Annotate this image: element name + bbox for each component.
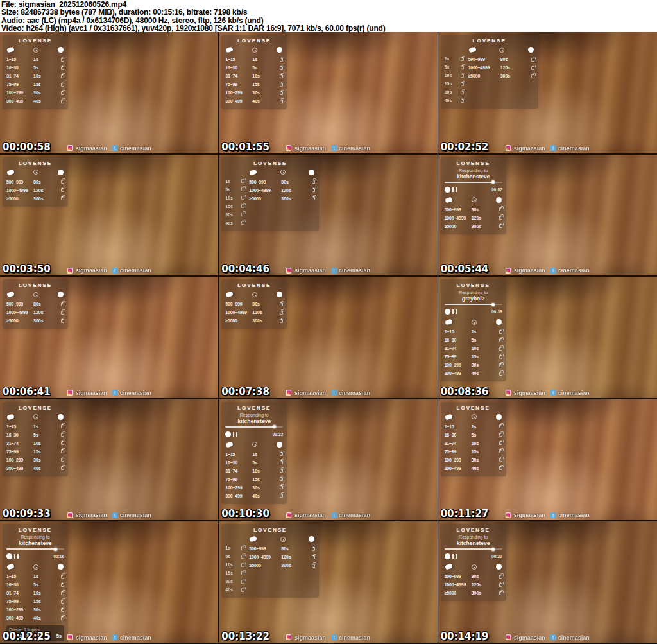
tip-menu-side-row: 40s <box>445 96 464 105</box>
tip-range: 1~15 <box>6 57 33 62</box>
watermark: sigmaasian t cinemasian <box>286 267 370 274</box>
video-thumbnail: LOVENSE Responding to kitchensteve 00:20 <box>438 521 657 644</box>
lovense-overlay: LOVENSE 1~151s16~305s31~7410s75~9915s100… <box>221 35 287 109</box>
lock-icon <box>461 65 464 69</box>
lock-icon <box>280 100 283 103</box>
tip-menu-rows: 1~151s16~305s31~7410s75~9915s100~29930s3… <box>445 327 502 378</box>
instagram-handle: sigmaasian <box>294 267 326 274</box>
twitter-handle: cinemasian <box>120 390 151 396</box>
lock-icon <box>280 74 283 78</box>
tip-menu-row: 300~49940s <box>445 369 502 378</box>
tip-menu-side-row: 10s <box>225 194 244 202</box>
tip-menu-main: 500~99980s1000~4999120s≥5000300s <box>6 168 64 203</box>
tip-menu-side-row: 1s <box>445 55 464 63</box>
responding-username: kitchensteve <box>6 540 64 546</box>
toy-icon <box>445 196 453 203</box>
tip-range: ≥5000 <box>249 196 281 201</box>
twitter-handle: cinemasian <box>120 512 151 518</box>
tip-menu-row: 300~49940s <box>6 464 64 473</box>
tip-range: ≥5000 <box>445 591 472 595</box>
instagram-icon <box>286 268 292 274</box>
tip-duration: 300s <box>472 591 499 595</box>
watermark: sigmaasian t cinemasian <box>67 145 151 152</box>
timestamp-label: 00:02:52 <box>441 141 489 153</box>
instagram-icon <box>506 268 511 274</box>
tip-menu-main: 1~151s16~305s31~7410s75~9915s100~29930s3… <box>445 413 502 473</box>
tip-range: ≥5000 <box>468 74 500 78</box>
menu-icons-row <box>225 46 283 54</box>
tip-menu-row: ≥5000300s <box>6 317 64 325</box>
tip-menu-row: 500~99980s <box>249 178 315 186</box>
tip-duration: 120s <box>472 216 499 220</box>
twitter-icon: t <box>112 634 118 640</box>
tip-menu-main: 1~151s16~305s31~7410s75~9915s100~29930s3… <box>6 46 64 105</box>
pause-icon <box>452 309 457 314</box>
tip-duration: 30s <box>445 90 452 94</box>
tip-duration: 15s <box>225 571 233 575</box>
tip-menu-side-row: 1s <box>225 177 244 186</box>
menu-icons-row <box>468 46 534 54</box>
tip-duration: 40s <box>252 494 280 498</box>
dot-icon <box>528 47 534 53</box>
tip-menu-panels: 1~151s16~305s31~7410s75~9915s100~29930s3… <box>225 440 283 500</box>
timestamp-label: 00:04:46 <box>221 263 269 275</box>
tip-duration: 40s <box>33 616 61 620</box>
responding-username: kitchensteve <box>445 173 502 180</box>
watermark: sigmaasian t cinemasian <box>506 390 590 396</box>
tip-menu-side-row: 40s <box>225 586 244 594</box>
tip-menu-main: 500~99980s1000~4999120s≥5000300s <box>445 196 502 231</box>
tip-menu-rows: 500~99980s1000~4999120s≥5000300s <box>468 55 534 80</box>
toy-icon <box>6 553 12 559</box>
instagram-icon <box>506 145 511 151</box>
watermark: sigmaasian t cinemasian <box>67 634 151 641</box>
twitter-handle: cinemasian <box>339 267 370 274</box>
tip-range: ≥5000 <box>6 318 33 323</box>
toy-icon <box>226 292 234 298</box>
lock-icon <box>280 494 283 498</box>
timestamp-label: 00:11:27 <box>441 508 489 519</box>
tip-duration: 15s <box>33 449 61 454</box>
tip-range: 75~99 <box>6 449 33 454</box>
video-thumbnail: LOVENSE 500~99980s1000~4999120s≥5000300s <box>0 277 219 399</box>
toy-icon <box>6 564 15 570</box>
lock-icon <box>461 99 464 103</box>
lock-icon <box>312 196 315 200</box>
tip-menu-row: 100~29930s <box>225 483 283 492</box>
lock-icon <box>280 311 283 315</box>
tip-range: 500~999 <box>468 57 500 62</box>
dot-icon <box>58 564 64 570</box>
tip-range: 1000~4999 <box>249 555 281 559</box>
tip-duration: 5s <box>252 65 280 70</box>
tip-menu-rows: 1~151s16~305s31~7410s75~9915s100~29930s3… <box>6 55 64 105</box>
video-thumbnail: LOVENSE Responding to greyboi2 00:39 <box>438 277 657 399</box>
instagram-handle: sigmaasian <box>76 390 107 396</box>
tip-duration: 10s <box>33 591 61 595</box>
tip-menu-row: 300~49940s <box>225 492 283 500</box>
instagram-handle: sigmaasian <box>514 267 545 274</box>
watermark: sigmaasian t cinemasian <box>67 267 151 274</box>
clock-icon <box>472 564 477 570</box>
tip-range: 16~30 <box>6 433 33 437</box>
dot-icon <box>309 536 314 542</box>
pause-icon <box>14 554 19 559</box>
video-thumbnail: LOVENSE 500~99980s1000~4999120s≥5000300s <box>0 155 219 277</box>
lovense-brand: LOVENSE <box>225 161 315 166</box>
tip-menu-row: 31~7410s <box>6 439 64 448</box>
toy-timer-row: 00:20 <box>445 553 502 559</box>
lovense-overlay: LOVENSE Responding to kitchensteve 00:07 <box>441 157 506 234</box>
tip-range: 100~299 <box>445 363 472 367</box>
tip-range: 500~999 <box>445 207 472 212</box>
instagram-handle: sigmaasian <box>294 390 326 396</box>
tip-duration: 5s <box>445 65 450 69</box>
tip-range: 31~74 <box>6 441 33 446</box>
tip-duration: 10s <box>252 74 280 78</box>
tip-duration: 15s <box>472 449 499 454</box>
tip-duration: 80s <box>472 574 499 579</box>
video-thumbnail: LOVENSE Responding to kitchensteve 00:22 <box>219 399 438 522</box>
instagram-handle: sigmaasian <box>514 512 545 518</box>
tip-range: ≥5000 <box>6 196 33 201</box>
twitter-icon: t <box>331 268 337 274</box>
lovense-brand: LOVENSE <box>6 527 64 533</box>
tip-menu-side-row: 40s <box>225 219 244 227</box>
clock-icon <box>33 292 38 297</box>
